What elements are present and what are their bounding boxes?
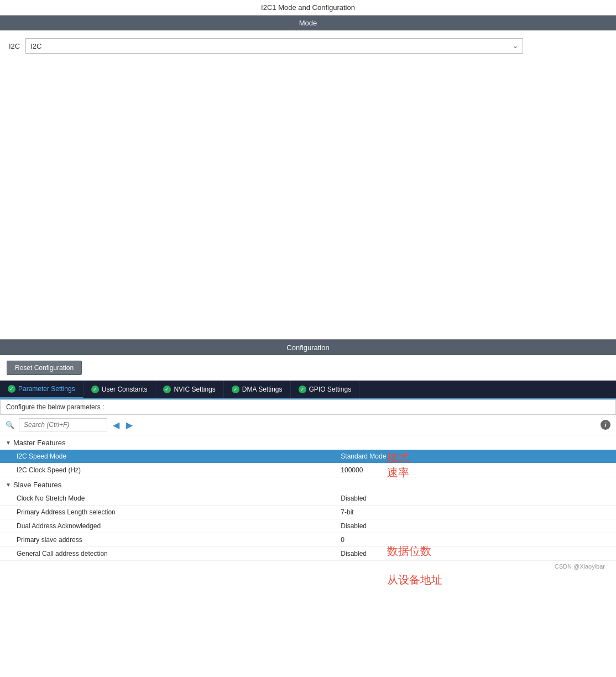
table-row[interactable]: Primary slave address 0: [0, 533, 616, 547]
parameter-content-area: ▼ Master Features I2C Speed Mode Standar…: [0, 435, 616, 561]
param-name-dual-addr-ack: Dual Address Acknowledged: [0, 519, 324, 533]
tab-gpio-settings[interactable]: ✓ GPIO Settings: [291, 381, 360, 398]
param-value-primary-slave-addr: 0: [324, 533, 454, 547]
tab-user-constants[interactable]: ✓ User Constants: [83, 381, 156, 398]
param-name-i2c-speed-mode: I2C Speed Mode: [0, 450, 324, 464]
annotation-congshebeidizhi: 从设备地址: [387, 572, 442, 587]
param-name-clock-no-stretch: Clock No Stretch Mode: [0, 492, 324, 506]
table-row[interactable]: Dual Address Acknowledged Disabled: [0, 519, 616, 533]
page-wrapper: I2C1 Mode and Configuration Mode I2C I2C…: [0, 0, 616, 677]
mode-section-header: Mode: [0, 15, 616, 30]
param-value-general-call-addr: Disabled: [324, 547, 454, 561]
table-row[interactable]: I2C Clock Speed (Hz) 100000: [0, 464, 616, 477]
tab-parameter-settings[interactable]: ✓ Parameter Settings: [0, 381, 83, 398]
tab-nvic-settings[interactable]: ✓ NVIC Settings: [155, 381, 223, 398]
table-row[interactable]: Clock No Stretch Mode Disabled: [0, 492, 616, 506]
search-bar: 🔍 ◀ ▶ i: [0, 415, 616, 435]
check-icon-user-constants: ✓: [91, 386, 99, 393]
param-value-clock-no-stretch: Disabled: [324, 492, 454, 506]
tab-parameter-settings-label: Parameter Settings: [18, 385, 75, 393]
tab-gpio-settings-label: GPIO Settings: [309, 386, 352, 393]
info-icon: i: [601, 420, 610, 430]
tab-nvic-settings-label: NVIC Settings: [174, 386, 215, 393]
mode-area: I2C I2C ⌄: [0, 30, 616, 340]
check-icon-parameter-settings: ✓: [8, 385, 15, 393]
table-row[interactable]: General Call address detection Disabled: [0, 547, 616, 561]
check-icon-nvic-settings: ✓: [163, 386, 171, 393]
nav-prev-icon[interactable]: ◀: [112, 420, 121, 430]
search-icon: 🔍: [6, 421, 14, 429]
master-features-label: Master Features: [13, 439, 66, 447]
nav-next-icon[interactable]: ▶: [125, 420, 134, 430]
param-value-i2c-clock-speed: 100000: [324, 464, 454, 477]
slave-features-expand[interactable]: ▼ Slave Features: [6, 481, 61, 489]
chevron-down-icon: ⌄: [513, 42, 518, 50]
tab-user-constants-label: User Constants: [102, 386, 148, 393]
tab-dma-settings[interactable]: ✓ DMA Settings: [224, 381, 291, 398]
search-input[interactable]: [19, 418, 107, 431]
configure-info: Configure the below parameters :: [0, 399, 616, 415]
param-value-i2c-speed-mode: Standard Mode: [324, 450, 454, 464]
param-table: ▼ Master Features I2C Speed Mode Standar…: [0, 435, 616, 561]
master-features-expand[interactable]: ▼ Master Features: [6, 439, 66, 447]
tabs-bar: ✓ Parameter Settings ✓ User Constants ✓ …: [0, 381, 616, 399]
param-name-i2c-clock-speed: I2C Clock Speed (Hz): [0, 464, 324, 477]
page-title: I2C1 Mode and Configuration: [0, 0, 616, 15]
check-icon-dma-settings: ✓: [232, 386, 239, 393]
table-row[interactable]: Primary Address Length selection 7-bit: [0, 506, 616, 519]
chevron-down-icon: ▼: [6, 482, 11, 488]
i2c-label: I2C: [9, 42, 20, 50]
reset-configuration-button[interactable]: Reset Configuration: [7, 361, 82, 375]
i2c-row: I2C I2C ⌄: [9, 38, 607, 54]
i2c-select-value: I2C: [30, 42, 41, 50]
slave-features-label: Slave Features: [13, 481, 61, 489]
param-name-primary-slave-addr: Primary slave address: [0, 533, 324, 547]
table-row[interactable]: I2C Speed Mode Standard Mode: [0, 450, 616, 464]
param-name-primary-addr-length: Primary Address Length selection: [0, 506, 324, 519]
i2c-select[interactable]: I2C ⌄: [25, 38, 523, 54]
reset-btn-area: Reset Configuration: [0, 355, 616, 381]
param-name-general-call-addr: General Call address detection: [0, 547, 324, 561]
tab-dma-settings-label: DMA Settings: [242, 386, 283, 393]
footer-watermark: CSDN @Xiaoyibar: [0, 561, 616, 572]
param-value-primary-addr-length: 7-bit: [324, 506, 454, 519]
chevron-down-icon: ▼: [6, 440, 11, 446]
param-value-dual-addr-ack: Disabled: [324, 519, 454, 533]
config-section-header: Configuration: [0, 340, 616, 355]
check-icon-gpio-settings: ✓: [299, 386, 306, 393]
master-features-section-row: ▼ Master Features: [0, 435, 616, 450]
slave-features-section-row: ▼ Slave Features: [0, 477, 616, 492]
